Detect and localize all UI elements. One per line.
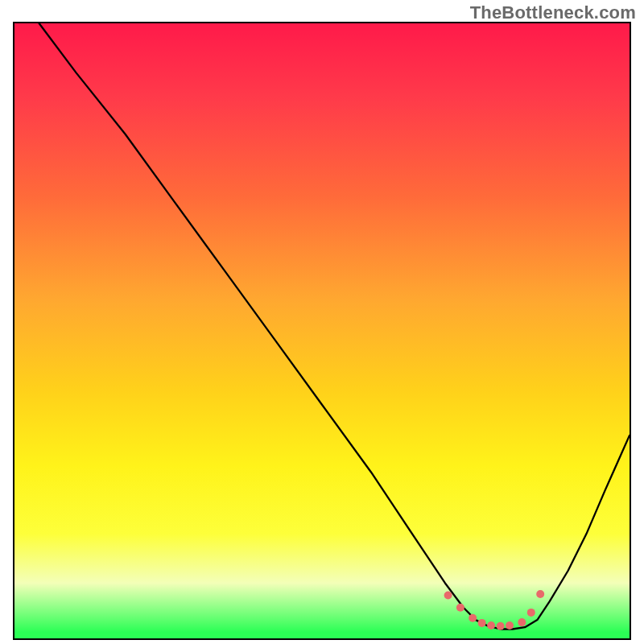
marker-dot — [506, 621, 514, 630]
bottleneck-curve-svg — [14, 23, 630, 638]
marker-dot — [518, 618, 526, 626]
marker-dot — [527, 609, 535, 617]
watermark-text: TheBottleneck.com — [470, 2, 636, 23]
marker-dot — [469, 614, 477, 622]
chart-container: TheBottleneck.com — [0, 0, 644, 644]
marker-dot — [456, 604, 464, 612]
marker-dot — [487, 621, 495, 630]
marker-dot — [478, 619, 486, 627]
plot-area — [13, 22, 631, 640]
marker-dot — [536, 590, 544, 598]
marker-dot — [444, 592, 452, 600]
bottleneck-curve-path — [39, 23, 630, 630]
marker-dot — [497, 622, 505, 630]
